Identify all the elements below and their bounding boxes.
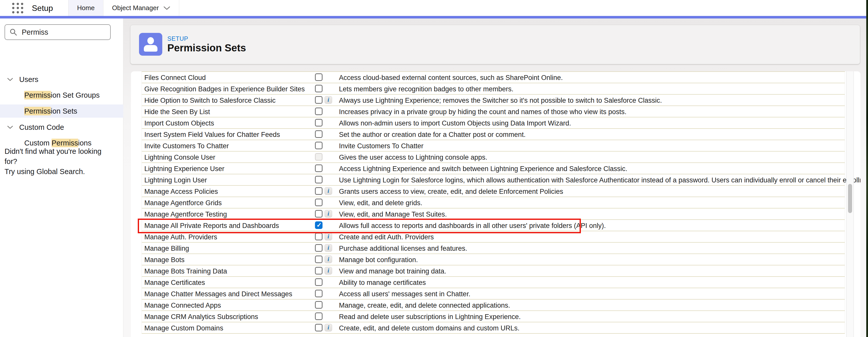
permission-checkbox <box>315 153 322 161</box>
permission-sets-icon <box>139 33 162 56</box>
table-row: Manage Custom Domains i Create, edit, an… <box>142 322 845 334</box>
global-header: Setup Home Object Manager <box>0 0 866 16</box>
info-icon[interactable]: i <box>324 233 332 240</box>
sidebar-item-users[interactable]: Users <box>0 73 123 86</box>
desktop-wallpaper-sliver <box>866 0 868 337</box>
permission-description: Grants users access to view, create, edi… <box>339 188 563 196</box>
table-row: Lightning Console User Gives the user ac… <box>142 151 845 163</box>
info-icon[interactable]: i <box>324 244 332 252</box>
permission-description: Purchase additional licenses and feature… <box>339 245 467 252</box>
permission-name: Manage CRM Analytics Subscriptions <box>144 313 258 321</box>
permission-checkbox[interactable] <box>315 221 322 229</box>
permission-description: Manage, create, edit, and delete connect… <box>339 302 510 309</box>
permission-checkbox[interactable] <box>315 312 322 320</box>
permission-checkbox[interactable] <box>315 108 322 115</box>
table-row: Manage Agentforce Testing i View, edit, … <box>142 208 845 220</box>
permission-description: Use Lightning Login for Salesforce login… <box>339 176 860 184</box>
table-row: Files Connect Cloud Access cloud-based e… <box>142 72 845 83</box>
sidebar-item-label: Custom Permissions <box>24 139 92 147</box>
permission-description: Access all users' messages sent in Chatt… <box>339 290 470 298</box>
permission-checkbox[interactable] <box>315 244 322 252</box>
permission-description: Read and delete user subscriptions in Li… <box>339 313 521 321</box>
permission-checkbox[interactable] <box>315 210 322 218</box>
permission-name: Hide the Seen By List <box>144 108 210 116</box>
info-icon[interactable]: i <box>324 324 332 331</box>
table-row: Manage Bots i Manage bot configuration. <box>142 254 845 265</box>
permission-checkbox[interactable] <box>315 278 322 286</box>
permission-name: Lightning Console User <box>144 153 215 161</box>
sidebar-item-permission-sets[interactable]: Permission Sets <box>0 105 123 118</box>
sidebar-item-custom-code[interactable]: Custom Code <box>0 121 123 134</box>
info-icon[interactable]: i <box>324 210 332 218</box>
permission-name: Manage Bots <box>144 256 185 264</box>
quick-find-input[interactable] <box>21 28 106 37</box>
table-row: Manage Agentforce Grids View, edit, and … <box>142 197 845 208</box>
setup-eyebrow-label: SETUP <box>167 35 188 42</box>
chevron-down-icon <box>7 125 13 129</box>
app-name-label: Setup <box>32 3 53 13</box>
permission-name: Manage Agentforce Grids <box>144 199 222 207</box>
permission-description: View, edit, and delete grids. <box>339 199 422 207</box>
table-row: Invite Customers To Chatter Invite Custo… <box>142 140 845 151</box>
permission-description: Manage bot configuration. <box>339 256 418 264</box>
page-header-card: SETUP Permission Sets <box>130 25 860 64</box>
permission-description: Increases privacy in a private group by … <box>339 108 627 116</box>
chevron-down-icon <box>7 78 13 81</box>
table-row: Give Recognition Badges in Experience Bu… <box>142 83 845 94</box>
table-row: Import Custom Objects Allows non-admin u… <box>142 117 845 129</box>
permission-name: Invite Customers To Chatter <box>144 142 229 150</box>
scrollbar-thumb[interactable] <box>848 184 852 213</box>
permission-description: Create, edit, and delete custom domains … <box>339 325 520 332</box>
permission-checkbox[interactable] <box>315 165 322 172</box>
app-launcher-icon[interactable] <box>12 3 24 13</box>
permission-checkbox[interactable] <box>315 199 322 206</box>
info-icon[interactable]: i <box>324 256 332 263</box>
page-title: Permission Sets <box>167 42 246 54</box>
permission-checkbox[interactable] <box>315 301 322 309</box>
permission-checkbox[interactable] <box>315 324 322 331</box>
permission-description: Access Lightning Experience and switch b… <box>339 165 627 173</box>
permission-description: Ability to manage certificates <box>339 279 426 287</box>
permission-description: Lets members give recognition badges to … <box>339 85 514 93</box>
search-icon <box>10 28 17 36</box>
tab-home[interactable]: Home <box>68 0 103 16</box>
permission-checkbox[interactable] <box>315 119 322 127</box>
permission-checkbox[interactable] <box>315 74 322 81</box>
setup-sidebar: Users Permission Set Groups Permission S… <box>0 19 123 337</box>
brand-color-bar <box>0 16 866 19</box>
permission-description: Gives the user access to Lightning conso… <box>339 153 487 161</box>
permission-checkbox[interactable] <box>315 142 322 149</box>
table-row: Manage Connected Apps Manage, create, ed… <box>142 300 845 311</box>
permission-checkbox[interactable] <box>315 176 322 184</box>
permission-name: Lightning Login User <box>144 176 207 184</box>
permission-description: Access cloud-based external content sour… <box>339 74 563 82</box>
sidebar-item-label: Permission Set Groups <box>24 91 100 100</box>
permission-description: View and manage bot training data. <box>339 268 446 275</box>
permission-checkbox[interactable] <box>315 85 322 92</box>
vertical-scrollbar[interactable] <box>846 72 854 337</box>
nav-tab-bar: Home Object Manager <box>68 0 179 16</box>
permission-name: Files Connect Cloud <box>144 74 206 82</box>
permission-checkbox[interactable] <box>315 187 322 195</box>
permission-checkbox[interactable] <box>315 130 322 138</box>
table-row: Manage Chatter Messages and Direct Messa… <box>142 288 845 300</box>
info-icon[interactable]: i <box>324 187 332 195</box>
permission-checkbox[interactable] <box>315 290 322 297</box>
info-icon[interactable]: i <box>324 96 332 104</box>
permission-checkbox[interactable] <box>315 96 322 104</box>
permission-description: Create and edit Auth. Providers <box>339 233 434 241</box>
table-row: Manage Access Policies i Grants users ac… <box>142 186 845 197</box>
permission-checkbox[interactable] <box>315 267 322 275</box>
permission-checkbox[interactable] <box>315 233 322 240</box>
sidebar-item-permission-set-groups[interactable]: Permission Set Groups <box>0 88 123 102</box>
permission-checkbox[interactable] <box>315 256 322 263</box>
permission-name: Manage Custom Domains <box>144 325 223 332</box>
table-row: Lightning Experience User Access Lightni… <box>142 163 845 174</box>
permission-name: Manage Agentforce Testing <box>144 210 227 218</box>
permission-name: Hide Option to Switch to Salesforce Clas… <box>144 96 276 105</box>
sidebar-item-label: Users <box>19 76 38 84</box>
permission-name: Import Custom Objects <box>144 119 214 127</box>
info-icon[interactable]: i <box>324 267 332 275</box>
table-row: Manage CRM Analytics Subscriptions Read … <box>142 311 845 322</box>
tab-object-manager[interactable]: Object Manager <box>103 0 179 16</box>
